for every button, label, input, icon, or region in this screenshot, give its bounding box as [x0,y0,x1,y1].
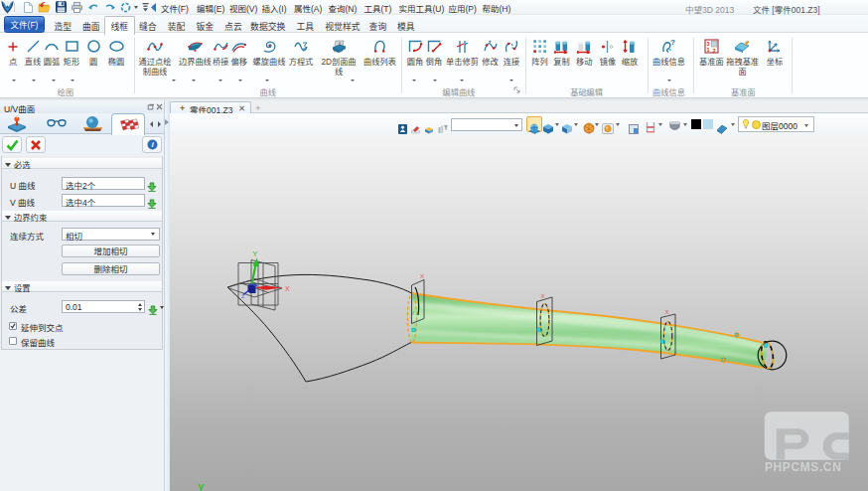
svg-text:Y: Y [253,250,258,257]
svg-text:1: 1 [706,47,709,53]
svg-text:X: X [665,309,669,315]
svg-text:Y: Y [411,310,415,316]
svg-text:X: X [285,285,290,292]
svg-text:Y: Y [198,483,205,491]
svg-text:X: X [420,273,424,279]
svg-text:PHPCMS.CN: PHPCMS.CN [765,460,841,474]
svg-text:X: X [541,293,545,299]
svg-text:?: ? [670,39,675,47]
